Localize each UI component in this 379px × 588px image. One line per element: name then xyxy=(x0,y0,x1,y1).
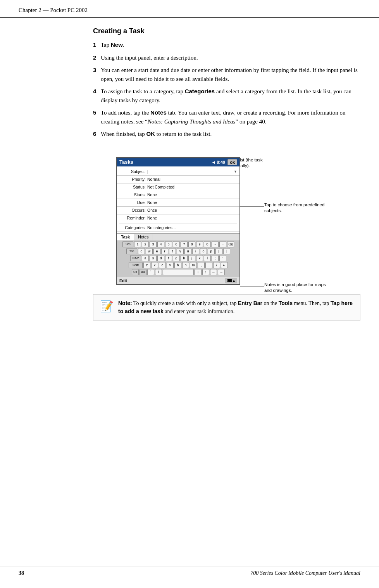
note-box: 📝 Note: To quickly create a task with on… xyxy=(93,294,360,321)
pda-subject-row: Subject: | ▼ xyxy=(117,168,239,176)
step-5: 5 To add notes, tap the Notes tab. You c… xyxy=(93,108,360,126)
kbd-cap[interactable]: CAP xyxy=(130,255,141,261)
kbd-n[interactable]: n xyxy=(182,262,189,268)
kbd-u[interactable]: u xyxy=(184,248,191,254)
kbd-x[interactable]: x xyxy=(151,262,158,268)
kbd-e[interactable]: e xyxy=(153,248,160,254)
pda-titlebar: Tasks ◄ 8:49 ok xyxy=(117,158,239,166)
kbd-d[interactable]: d xyxy=(157,255,164,261)
kbd-o[interactable]: o xyxy=(200,248,207,254)
pda-due-row: Due: None xyxy=(117,199,239,207)
starts-label: Starts: xyxy=(119,192,147,197)
kbd-6[interactable]: 6 xyxy=(173,241,180,247)
kbd-m[interactable]: m xyxy=(190,262,197,268)
kbd-3[interactable]: 3 xyxy=(150,241,157,247)
tab-task[interactable]: Task xyxy=(117,234,134,240)
pda-time: ◄ 8:49 xyxy=(211,160,225,165)
kbd-v[interactable]: v xyxy=(167,262,174,268)
kbd-left[interactable]: ← xyxy=(210,269,217,275)
kbd-quote[interactable]: ' xyxy=(219,255,226,261)
subject-dropdown-arrow[interactable]: ▼ xyxy=(234,170,237,173)
pda-edit[interactable]: Edit xyxy=(119,278,127,283)
kbd-123[interactable]: 123 xyxy=(122,241,133,247)
kbd-slash[interactable]: / xyxy=(213,262,220,268)
kbd-backtick[interactable]: ` xyxy=(147,269,154,275)
kbd-z[interactable]: z xyxy=(143,262,150,268)
kbd-c[interactable]: c xyxy=(159,262,166,268)
step-2: 2 Using the input panel, enter a descrip… xyxy=(93,53,360,62)
step-1-num: 1 xyxy=(93,41,101,50)
kbd-minus[interactable]: - xyxy=(212,241,219,247)
kbd-close-bracket[interactable]: ] xyxy=(223,248,230,254)
pda-occurs-row: Occurs: Once xyxy=(117,207,239,214)
kbd-row-3: CAP a s d f g h j k l ; ' xyxy=(118,255,239,261)
kbd-i[interactable]: i xyxy=(192,248,199,254)
pda-priority-row: Priority: Normal xyxy=(117,176,239,183)
due-text: None xyxy=(147,200,157,205)
kbd-g[interactable]: g xyxy=(173,255,180,261)
starts-text: None xyxy=(147,192,157,197)
step-3-text: You can enter a start date and due date … xyxy=(101,66,360,83)
kbd-tab[interactable]: Tab xyxy=(126,248,137,254)
kbd-f[interactable]: f xyxy=(165,255,172,261)
kbd-1[interactable]: 1 xyxy=(134,241,141,247)
kbd-h[interactable]: h xyxy=(181,255,188,261)
kbd-equals[interactable]: = xyxy=(219,241,226,247)
kbd-open-bracket[interactable]: [ xyxy=(215,248,222,254)
kbd-comma[interactable]: , xyxy=(198,262,205,268)
kbd-p[interactable]: p xyxy=(208,248,215,254)
kbd-backspace[interactable]: ⌫ xyxy=(227,241,234,247)
kbd-7[interactable]: 7 xyxy=(181,241,188,247)
subject-value: | ▼ xyxy=(147,169,237,174)
kbd-k[interactable]: k xyxy=(196,255,203,261)
kbd-r[interactable]: r xyxy=(161,248,168,254)
priority-label: Priority: xyxy=(119,177,147,182)
subject-cursor: | xyxy=(147,169,148,174)
kbd-w[interactable]: w xyxy=(146,248,153,254)
step-4-num: 4 xyxy=(93,87,101,105)
kbd-semicolon[interactable]: ; xyxy=(212,255,219,261)
kbd-9[interactable]: 9 xyxy=(196,241,203,247)
kbd-s[interactable]: s xyxy=(150,255,157,261)
pda-title: Tasks xyxy=(119,159,133,165)
tab-notes[interactable]: Notes xyxy=(134,234,153,240)
pda-form: Subject: | ▼ Priority: Normal Status: xyxy=(117,166,239,233)
kbd-period[interactable]: . xyxy=(205,262,212,268)
kbd-down[interactable]: ↓ xyxy=(195,269,202,275)
kbd-q[interactable]: q xyxy=(138,248,145,254)
pda-keyboard-icon[interactable]: ⌨▲ xyxy=(226,278,237,283)
kbd-space[interactable] xyxy=(163,269,194,275)
kbd-row-4: Shift z x c v b n m , . / ↵ xyxy=(118,262,239,268)
step-6: 6 When finished, tap OK to return to the… xyxy=(93,130,360,139)
kbd-y[interactable]: y xyxy=(177,248,184,254)
kbd-4[interactable]: 4 xyxy=(157,241,164,247)
kbd-auu[interactable]: áü xyxy=(140,269,146,275)
section-title: Creating a Task xyxy=(93,27,360,35)
kbd-a[interactable]: a xyxy=(142,255,149,261)
kbd-shift[interactable]: Shift xyxy=(129,262,143,268)
footer-page-num: 38 xyxy=(19,570,24,576)
kbd-l[interactable]: l xyxy=(204,255,211,261)
occurs-text: Once xyxy=(147,208,157,213)
categories-value: No categories... xyxy=(147,225,237,230)
step-2-text: Using the input panel, enter a descripti… xyxy=(101,53,360,62)
kbd-8[interactable]: 8 xyxy=(188,241,195,247)
kbd-up[interactable]: ↑ xyxy=(202,269,209,275)
kbd-5[interactable]: 5 xyxy=(165,241,172,247)
step-6-num: 6 xyxy=(93,130,101,139)
kbd-0[interactable]: 0 xyxy=(204,241,211,247)
kbd-row-5: Ctl áü ` \ ↓ ↑ ← → xyxy=(118,269,239,275)
kbd-b[interactable]: b xyxy=(174,262,181,268)
kbd-enter[interactable]: ↵ xyxy=(221,262,228,268)
categories-label: Categories: xyxy=(119,225,147,230)
kbd-t[interactable]: t xyxy=(169,248,176,254)
steps-list: 1 Tap New. 2 Using the input panel, ente… xyxy=(93,41,360,139)
kbd-ctl[interactable]: Ctl xyxy=(132,269,139,275)
kbd-2[interactable]: 2 xyxy=(142,241,149,247)
kbd-backslash[interactable]: \ xyxy=(155,269,162,275)
header-left: Chapter 2 — Pocket PC 2002 xyxy=(19,7,88,14)
reminder-value: None xyxy=(147,216,237,220)
kbd-right[interactable]: → xyxy=(218,269,225,275)
kbd-j[interactable]: j xyxy=(188,255,195,261)
pda-ok-button[interactable]: ok xyxy=(227,159,237,165)
